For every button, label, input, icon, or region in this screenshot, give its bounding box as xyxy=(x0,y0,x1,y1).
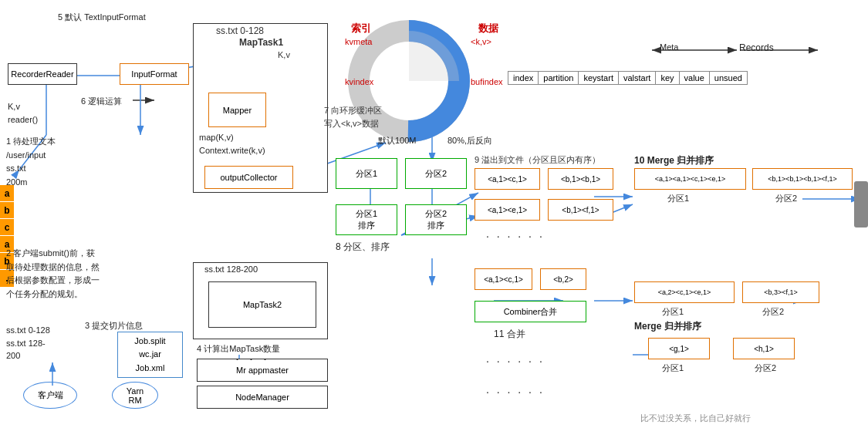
partition1-box: 分区1 xyxy=(336,158,397,189)
recorder-reader-box: RecorderReader xyxy=(8,63,77,85)
merge-sort-label2: Merge 归并排序 xyxy=(634,320,701,333)
file-input-label: 1 待处理文本 /user/input ss.txt 200m xyxy=(6,135,56,189)
map-context-label: map(K,v) Context.write(k,v) xyxy=(199,131,265,157)
kvmeta-label: kvmeta xyxy=(345,37,372,46)
job-info-box: Job.split wc.jar Job.xml xyxy=(117,332,183,378)
input-format-box: InputFormat xyxy=(120,63,189,85)
bottom-merge-a2c1e1-box: <a,2><c,1><e,1> xyxy=(634,281,735,303)
client-submit-label: 2 客户端submit()前，获 取待处理数据的信息，然 后根据参数配置，形成一… xyxy=(6,247,118,301)
spill-label: 9 溢出到文件（分区且区内有序） xyxy=(475,154,600,166)
meta-table: index partition keystart valstart key va… xyxy=(508,71,748,85)
bottom-b2-box: <b,2> xyxy=(540,268,586,290)
part-label6: 分区2 xyxy=(755,362,776,374)
col-value: value xyxy=(679,72,709,85)
col-partition: partition xyxy=(539,72,579,85)
maptask2-box: MapTask2 xyxy=(208,281,316,328)
maptask1-label: MapTask1 xyxy=(239,37,283,48)
merge-a1a1c1e1-box: <a,1><a,1><c,1><e,1> xyxy=(634,168,746,190)
spill-a1c1-box: <a,1><c,1> xyxy=(475,168,540,190)
part-label5: 分区1 xyxy=(662,362,684,374)
ss-txt-128-label: ss.txt 128-200 xyxy=(204,265,258,274)
submit-split-label: 3 提交切片信息 xyxy=(85,320,143,332)
col-keystart: keystart xyxy=(579,72,619,85)
col-unsued: unsued xyxy=(709,72,747,85)
merge-sort-label: 10 Merge 归并排序 xyxy=(634,154,714,167)
combiner-box: Combiner合并 xyxy=(475,301,586,322)
part-label4: 分区2 xyxy=(762,306,784,318)
bottom-a1c1-box: <a,1><c,1> xyxy=(475,268,532,290)
letter-b1: b xyxy=(0,202,14,219)
diagram-container: 5 默认 TextInputFormat ss.txt 0-128 MapTas… xyxy=(0,0,868,428)
kv-label-top: K,v xyxy=(278,50,290,59)
partition2-box: 分区2 xyxy=(405,158,467,189)
bufindex-label: bufindex xyxy=(471,77,503,86)
merge11-label: 11 合并 xyxy=(494,328,525,341)
logic-ops-label: 6 逻辑运算 xyxy=(81,96,122,107)
client-box: 客户端 xyxy=(23,382,77,409)
splits-label: ss.txt 0-128 ss.txt 128- 200 xyxy=(6,324,50,362)
dots1-label: · · · · · · xyxy=(486,230,545,242)
letter-a1: a xyxy=(0,185,14,202)
dots3-label: · · · · · · xyxy=(486,386,545,398)
bottom-merge-b3f1-box: <b,3><f,1> xyxy=(742,281,819,303)
part-label3: 分区1 xyxy=(662,306,684,318)
spill-b1b1-box: <b,1><b,1> xyxy=(548,168,613,190)
col-key: key xyxy=(656,72,679,85)
merge-b1b1b1f1-box: <b,1><b,1><b,1><f,1> xyxy=(752,168,853,190)
scrollbar[interactable] xyxy=(854,181,868,227)
output-collector-box: outputCollector xyxy=(204,166,293,189)
col-valstart: valstart xyxy=(618,72,655,85)
dots2-label: · · · · · · xyxy=(486,355,545,367)
part-label2: 分区2 xyxy=(775,193,797,204)
records-label: Records xyxy=(739,42,774,53)
partition2-sort-box: 分区2排序 xyxy=(405,204,467,235)
dots-maptask: · · · xyxy=(235,351,270,367)
index-label: 索引 xyxy=(351,22,371,35)
default-100m-label: 默认100M xyxy=(378,135,417,147)
yarn-box: YarnRM xyxy=(112,382,158,409)
label-default-textinput: 5 默认 TextInputFormat xyxy=(58,12,146,23)
partition1-sort-box: 分区1排序 xyxy=(336,204,397,235)
kv-angle-label: <k,v> xyxy=(471,37,491,46)
partition-sort-label: 8 分区、排序 xyxy=(336,241,390,254)
data-label: 数据 xyxy=(478,22,498,35)
part-label1: 分区1 xyxy=(667,193,689,204)
watermark: 比不过没关系，比自己好就行 xyxy=(640,413,751,424)
circular-buffer-label: 7 向环形缓冲区 写入<k,v>数据 xyxy=(324,104,382,130)
h1-box: <h,1> xyxy=(733,338,795,359)
spill-b1f1-box: <b,1><f,1> xyxy=(548,199,613,221)
col-index: index xyxy=(508,72,539,85)
percent-80-label: 80%,后反向 xyxy=(448,135,492,147)
letter-c: c xyxy=(0,219,14,236)
node-manager-box: NodeManager xyxy=(197,386,328,409)
kvindex-label: kvindex xyxy=(345,77,373,86)
mapper-box: Mapper xyxy=(208,93,266,127)
meta-label: Meta xyxy=(660,42,678,52)
g1-box: <g,1> xyxy=(648,338,710,359)
ss-txt-label: ss.txt 0-128 xyxy=(216,25,264,36)
spill-a1e1-box: <a,1><e,1> xyxy=(475,199,540,221)
kv-reader-label: K,v reader() xyxy=(8,100,38,126)
